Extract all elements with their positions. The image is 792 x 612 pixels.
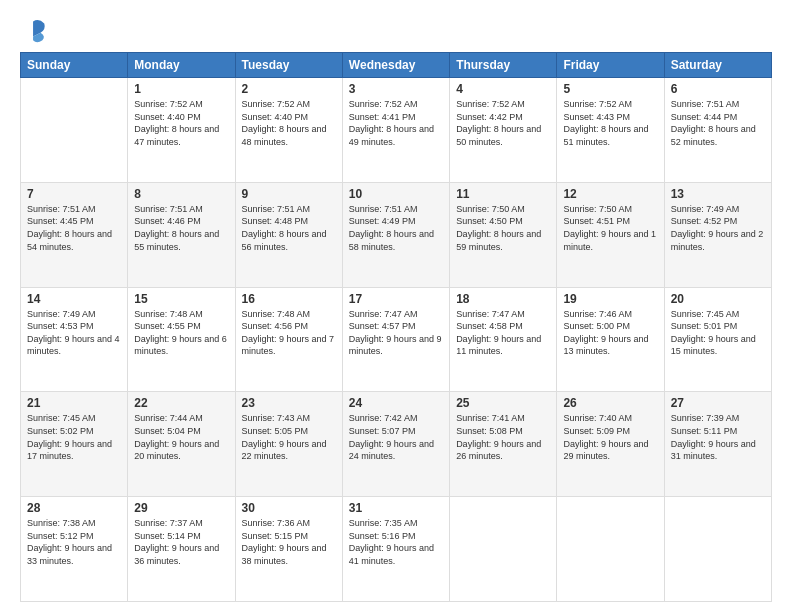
logo [20,16,52,44]
day-info: Sunrise: 7:36 AMSunset: 5:15 PMDaylight:… [242,517,336,567]
day-info: Sunrise: 7:50 AMSunset: 4:50 PMDaylight:… [456,203,550,253]
day-info: Sunrise: 7:51 AMSunset: 4:45 PMDaylight:… [27,203,121,253]
weekday-header-row: SundayMondayTuesdayWednesdayThursdayFrid… [21,53,772,78]
day-number: 10 [349,187,443,201]
day-cell [21,78,128,183]
day-cell: 9Sunrise: 7:51 AMSunset: 4:48 PMDaylight… [235,182,342,287]
day-number: 16 [242,292,336,306]
day-number: 8 [134,187,228,201]
day-number: 31 [349,501,443,515]
weekday-header-tuesday: Tuesday [235,53,342,78]
day-cell: 27Sunrise: 7:39 AMSunset: 5:11 PMDayligh… [664,392,771,497]
week-row-4: 28Sunrise: 7:38 AMSunset: 5:12 PMDayligh… [21,497,772,602]
day-number: 18 [456,292,550,306]
day-info: Sunrise: 7:40 AMSunset: 5:09 PMDaylight:… [563,412,657,462]
day-info: Sunrise: 7:35 AMSunset: 5:16 PMDaylight:… [349,517,443,567]
weekday-header-monday: Monday [128,53,235,78]
day-cell: 8Sunrise: 7:51 AMSunset: 4:46 PMDaylight… [128,182,235,287]
day-number: 20 [671,292,765,306]
day-info: Sunrise: 7:41 AMSunset: 5:08 PMDaylight:… [456,412,550,462]
day-info: Sunrise: 7:51 AMSunset: 4:44 PMDaylight:… [671,98,765,148]
day-info: Sunrise: 7:49 AMSunset: 4:53 PMDaylight:… [27,308,121,358]
week-row-1: 7Sunrise: 7:51 AMSunset: 4:45 PMDaylight… [21,182,772,287]
day-info: Sunrise: 7:51 AMSunset: 4:48 PMDaylight:… [242,203,336,253]
day-cell [557,497,664,602]
day-info: Sunrise: 7:50 AMSunset: 4:51 PMDaylight:… [563,203,657,253]
day-number: 28 [27,501,121,515]
day-cell: 30Sunrise: 7:36 AMSunset: 5:15 PMDayligh… [235,497,342,602]
day-number: 21 [27,396,121,410]
page: SundayMondayTuesdayWednesdayThursdayFrid… [0,0,792,612]
day-info: Sunrise: 7:52 AMSunset: 4:40 PMDaylight:… [134,98,228,148]
day-number: 30 [242,501,336,515]
day-number: 4 [456,82,550,96]
day-info: Sunrise: 7:49 AMSunset: 4:52 PMDaylight:… [671,203,765,253]
day-cell: 15Sunrise: 7:48 AMSunset: 4:55 PMDayligh… [128,287,235,392]
day-cell: 3Sunrise: 7:52 AMSunset: 4:41 PMDaylight… [342,78,449,183]
day-info: Sunrise: 7:44 AMSunset: 5:04 PMDaylight:… [134,412,228,462]
day-cell: 7Sunrise: 7:51 AMSunset: 4:45 PMDaylight… [21,182,128,287]
logo-icon [20,16,48,44]
day-cell [450,497,557,602]
day-cell: 1Sunrise: 7:52 AMSunset: 4:40 PMDaylight… [128,78,235,183]
weekday-header-wednesday: Wednesday [342,53,449,78]
day-cell: 10Sunrise: 7:51 AMSunset: 4:49 PMDayligh… [342,182,449,287]
day-info: Sunrise: 7:51 AMSunset: 4:49 PMDaylight:… [349,203,443,253]
day-info: Sunrise: 7:52 AMSunset: 4:43 PMDaylight:… [563,98,657,148]
day-info: Sunrise: 7:52 AMSunset: 4:40 PMDaylight:… [242,98,336,148]
day-number: 22 [134,396,228,410]
week-row-2: 14Sunrise: 7:49 AMSunset: 4:53 PMDayligh… [21,287,772,392]
day-cell: 20Sunrise: 7:45 AMSunset: 5:01 PMDayligh… [664,287,771,392]
day-number: 24 [349,396,443,410]
day-cell: 12Sunrise: 7:50 AMSunset: 4:51 PMDayligh… [557,182,664,287]
day-info: Sunrise: 7:47 AMSunset: 4:57 PMDaylight:… [349,308,443,358]
day-cell [664,497,771,602]
day-number: 1 [134,82,228,96]
day-number: 29 [134,501,228,515]
day-cell: 4Sunrise: 7:52 AMSunset: 4:42 PMDaylight… [450,78,557,183]
day-cell: 26Sunrise: 7:40 AMSunset: 5:09 PMDayligh… [557,392,664,497]
day-info: Sunrise: 7:45 AMSunset: 5:01 PMDaylight:… [671,308,765,358]
day-number: 3 [349,82,443,96]
day-info: Sunrise: 7:46 AMSunset: 5:00 PMDaylight:… [563,308,657,358]
day-number: 19 [563,292,657,306]
day-number: 12 [563,187,657,201]
day-number: 23 [242,396,336,410]
day-info: Sunrise: 7:52 AMSunset: 4:41 PMDaylight:… [349,98,443,148]
day-info: Sunrise: 7:48 AMSunset: 4:56 PMDaylight:… [242,308,336,358]
day-number: 15 [134,292,228,306]
day-number: 14 [27,292,121,306]
day-cell: 18Sunrise: 7:47 AMSunset: 4:58 PMDayligh… [450,287,557,392]
day-info: Sunrise: 7:37 AMSunset: 5:14 PMDaylight:… [134,517,228,567]
day-number: 26 [563,396,657,410]
day-info: Sunrise: 7:42 AMSunset: 5:07 PMDaylight:… [349,412,443,462]
day-info: Sunrise: 7:47 AMSunset: 4:58 PMDaylight:… [456,308,550,358]
day-cell: 29Sunrise: 7:37 AMSunset: 5:14 PMDayligh… [128,497,235,602]
day-cell: 13Sunrise: 7:49 AMSunset: 4:52 PMDayligh… [664,182,771,287]
day-cell: 19Sunrise: 7:46 AMSunset: 5:00 PMDayligh… [557,287,664,392]
weekday-header-friday: Friday [557,53,664,78]
day-number: 9 [242,187,336,201]
day-cell: 31Sunrise: 7:35 AMSunset: 5:16 PMDayligh… [342,497,449,602]
day-cell: 2Sunrise: 7:52 AMSunset: 4:40 PMDaylight… [235,78,342,183]
day-number: 2 [242,82,336,96]
weekday-header-sunday: Sunday [21,53,128,78]
day-number: 6 [671,82,765,96]
header [20,16,772,44]
calendar-table: SundayMondayTuesdayWednesdayThursdayFrid… [20,52,772,602]
day-number: 17 [349,292,443,306]
week-row-0: 1Sunrise: 7:52 AMSunset: 4:40 PMDaylight… [21,78,772,183]
day-cell: 22Sunrise: 7:44 AMSunset: 5:04 PMDayligh… [128,392,235,497]
day-cell: 24Sunrise: 7:42 AMSunset: 5:07 PMDayligh… [342,392,449,497]
day-cell: 28Sunrise: 7:38 AMSunset: 5:12 PMDayligh… [21,497,128,602]
day-info: Sunrise: 7:38 AMSunset: 5:12 PMDaylight:… [27,517,121,567]
day-number: 25 [456,396,550,410]
day-cell: 6Sunrise: 7:51 AMSunset: 4:44 PMDaylight… [664,78,771,183]
day-number: 5 [563,82,657,96]
day-cell: 17Sunrise: 7:47 AMSunset: 4:57 PMDayligh… [342,287,449,392]
week-row-3: 21Sunrise: 7:45 AMSunset: 5:02 PMDayligh… [21,392,772,497]
day-info: Sunrise: 7:48 AMSunset: 4:55 PMDaylight:… [134,308,228,358]
day-cell: 25Sunrise: 7:41 AMSunset: 5:08 PMDayligh… [450,392,557,497]
weekday-header-saturday: Saturday [664,53,771,78]
day-number: 7 [27,187,121,201]
